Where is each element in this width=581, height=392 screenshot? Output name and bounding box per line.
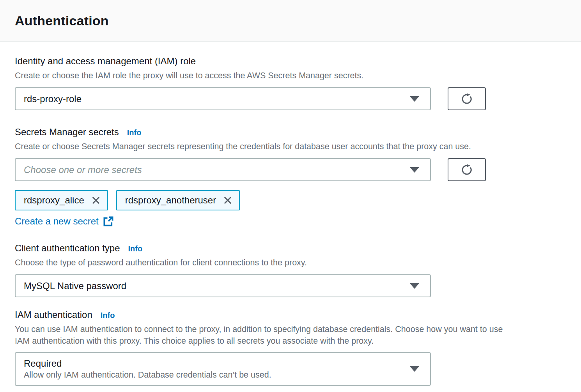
field-client-auth: Client authentication type Info Choose t… <box>15 242 571 297</box>
client-auth-info-link[interactable]: Info <box>128 244 143 253</box>
secret-tag-label: rdsproxy_alice <box>24 195 84 206</box>
caret-down-icon <box>409 366 420 372</box>
panel-content: Identity and access management (IAM) rol… <box>0 42 581 386</box>
panel-title: Authentication <box>15 13 109 28</box>
refresh-icon <box>461 93 473 105</box>
client-auth-label-row: Client authentication type Info <box>15 242 571 254</box>
iam-auth-description-line1: You can use IAM authentication to connec… <box>15 323 571 335</box>
field-secrets: Secrets Manager secrets Info Create or c… <box>15 126 571 227</box>
iam-auth-description-line2: IAM authentication with this proxy. This… <box>15 335 571 347</box>
iam-role-label-row: Identity and access management (IAM) rol… <box>15 55 571 67</box>
refresh-icon <box>461 164 473 176</box>
client-auth-select[interactable]: MySQL Native password <box>15 274 431 297</box>
secrets-info-link[interactable]: Info <box>127 128 142 137</box>
secrets-refresh-button[interactable] <box>448 158 486 181</box>
secret-tag-label: rdsproxy_anotheruser <box>125 195 216 206</box>
caret-down-icon <box>409 167 420 173</box>
caret-down-icon <box>409 96 420 102</box>
client-auth-control-row: MySQL Native password <box>15 274 571 297</box>
iam-auth-select-value: Required <box>24 358 62 369</box>
secrets-label-row: Secrets Manager secrets Info <box>15 126 571 138</box>
secrets-label: Secrets Manager secrets <box>15 126 119 138</box>
iam-auth-label-row: IAM authentication Info <box>15 309 571 321</box>
iam-auth-description: You can use IAM authentication to connec… <box>15 323 571 347</box>
secrets-description: Create or choose Secrets Manager secrets… <box>15 141 571 152</box>
secret-tag-remove-button[interactable] <box>91 195 101 205</box>
close-icon <box>223 201 233 207</box>
secrets-select-placeholder: Choose one or more secrets <box>24 164 142 175</box>
iam-role-select[interactable]: rds-proxy-role <box>15 87 431 110</box>
external-link-icon <box>103 216 113 227</box>
create-secret-link-row: Create a new secret <box>15 216 571 227</box>
secrets-select[interactable]: Choose one or more secrets <box>15 158 431 181</box>
caret-down-icon <box>409 283 420 289</box>
create-secret-link[interactable]: Create a new secret <box>15 216 99 227</box>
client-auth-select-value: MySQL Native password <box>24 281 126 291</box>
iam-role-refresh-button[interactable] <box>448 87 486 110</box>
iam-auth-label: IAM authentication <box>15 309 92 321</box>
authentication-panel: Authentication Identity and access manag… <box>0 0 581 386</box>
secret-tag-remove-button[interactable] <box>223 195 233 205</box>
secrets-control-row: Choose one or more secrets <box>15 158 571 181</box>
client-auth-description: Choose the type of password authenticati… <box>15 257 571 268</box>
secret-tag: rdsproxy_alice <box>15 190 108 210</box>
close-icon <box>91 201 101 207</box>
iam-auth-control-row: Required Allow only IAM authentication. … <box>15 352 571 386</box>
iam-auth-info-link[interactable]: Info <box>101 311 115 320</box>
selected-secrets-row: rdsproxy_alice rdsproxy_anotheruser <box>15 190 571 210</box>
secret-tag: rdsproxy_anotheruser <box>116 190 240 210</box>
client-auth-label: Client authentication type <box>15 242 120 254</box>
field-iam-role: Identity and access management (IAM) rol… <box>15 55 571 110</box>
iam-role-label: Identity and access management (IAM) rol… <box>15 55 196 67</box>
iam-role-control-row: rds-proxy-role <box>15 87 571 110</box>
iam-auth-select-value-description: Allow only IAM authentication. Database … <box>24 370 271 380</box>
iam-role-description: Create or choose the IAM role the proxy … <box>15 70 571 81</box>
iam-role-select-value: rds-proxy-role <box>24 94 81 104</box>
iam-auth-select[interactable]: Required Allow only IAM authentication. … <box>15 352 431 386</box>
field-iam-auth: IAM authentication Info You can use IAM … <box>15 309 571 386</box>
panel-header: Authentication <box>0 0 581 42</box>
